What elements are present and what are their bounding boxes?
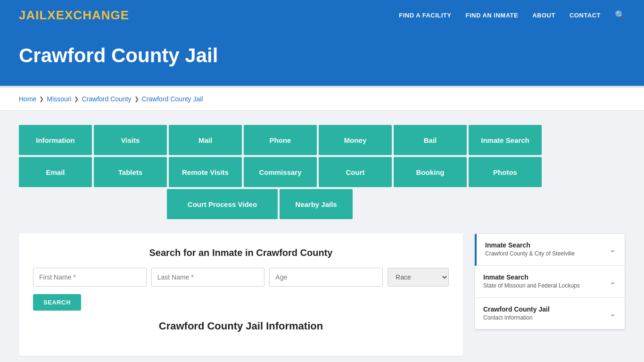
jail-info-title: Crawford County Jail Information — [33, 320, 449, 332]
btn-email[interactable]: Email — [19, 157, 92, 187]
breadcrumb-crawford-county[interactable]: Crawford County — [82, 95, 131, 103]
btn-nearby-jails[interactable]: Nearby Jails — [280, 189, 353, 219]
site-logo[interactable]: JAILXEXCHANGE — [19, 8, 129, 23]
sidebar-item-subtitle-1: Crawford County & City of Steelville — [485, 250, 575, 258]
breadcrumb: Home ❯ Missouri ❯ Crawford County ❯ Craw… — [19, 95, 625, 103]
button-row-1: Information Visits Mail Phone Money Bail… — [19, 125, 542, 155]
btn-phone[interactable]: Phone — [244, 125, 317, 155]
sidebar-item-text-1: Inmate Search Crawford County & City of … — [485, 241, 575, 258]
search-button[interactable]: SEARCH — [33, 294, 81, 311]
sidebar-item-contact-info[interactable]: Crawford County Jail Contact Information… — [475, 298, 625, 330]
nav-contact[interactable]: CONTACT — [570, 12, 601, 19]
btn-mail[interactable]: Mail — [169, 125, 242, 155]
breadcrumb-sep-3: ❯ — [134, 96, 139, 102]
btn-photos[interactable]: Photos — [469, 157, 542, 187]
logo-x: X — [47, 8, 56, 22]
btn-remote-visits[interactable]: Remote Visits — [169, 157, 242, 187]
race-select[interactable]: Race White Black Hispanic Asian Other — [388, 268, 449, 287]
logo-exchange: EXCHANGE — [56, 8, 129, 22]
sidebar-item-subtitle-3: Contact Information — [483, 314, 550, 322]
btn-tablets[interactable]: Tablets — [94, 157, 167, 187]
site-header: JAILXEXCHANGE FIND A FACILITY FIND AN IN… — [0, 0, 644, 30]
btn-court-process-video[interactable]: Court Process Video — [167, 189, 278, 219]
breadcrumb-area: Home ❯ Missouri ❯ Crawford County ❯ Craw… — [0, 88, 644, 111]
btn-booking[interactable]: Booking — [394, 157, 467, 187]
sidebar-item-title-3: Crawford County Jail — [483, 305, 550, 313]
chevron-down-icon-3: ⌄ — [609, 308, 616, 319]
search-title: Search for an Inmate in Crawford County — [33, 247, 449, 258]
btn-court[interactable]: Court — [319, 157, 392, 187]
search-fields: Race White Black Hispanic Asian Other — [33, 268, 449, 287]
btn-money[interactable]: Money — [319, 125, 392, 155]
last-name-input[interactable] — [151, 268, 265, 287]
sidebar-item-subtitle-2: State of Missouri and Federal Lockups — [483, 282, 580, 290]
chevron-down-icon-2: ⌄ — [609, 276, 616, 287]
sidebar: Inmate Search Crawford County & City of … — [474, 233, 625, 330]
breadcrumb-crawford-jail[interactable]: Crawford County Jail — [142, 95, 203, 103]
button-row-2: Email Tablets Remote Visits Commissary C… — [19, 157, 542, 187]
nav-find-inmate[interactable]: FIND AN INMATE — [465, 12, 518, 19]
button-row-3: Court Process Video Nearby Jails — [167, 189, 353, 219]
first-name-input[interactable] — [33, 268, 147, 287]
inmate-search-panel: Search for an Inmate in Crawford County … — [19, 233, 463, 356]
breadcrumb-sep-1: ❯ — [39, 96, 44, 102]
btn-visits[interactable]: Visits — [94, 125, 167, 155]
btn-bail[interactable]: Bail — [394, 125, 467, 155]
nav-about[interactable]: ABOUT — [532, 12, 555, 19]
main-nav: FIND A FACILITY FIND AN INMATE ABOUT CON… — [399, 10, 625, 20]
sidebar-item-text-2: Inmate Search State of Missouri and Fede… — [483, 273, 580, 290]
age-input[interactable] — [269, 268, 383, 287]
btn-information[interactable]: Information — [19, 125, 92, 155]
page-title: Crawford County Jail — [19, 44, 625, 67]
main-content: Information Visits Mail Phone Money Bail… — [0, 111, 644, 362]
nav-find-facility[interactable]: FIND A FACILITY — [399, 12, 451, 19]
sidebar-item-title-2: Inmate Search — [483, 273, 580, 281]
breadcrumb-missouri[interactable]: Missouri — [47, 95, 71, 103]
breadcrumb-sep-2: ❯ — [74, 96, 79, 102]
sidebar-item-text-3: Crawford County Jail Contact Information — [483, 305, 550, 322]
hero-section: Crawford County Jail — [0, 30, 644, 86]
btn-inmate-search[interactable]: Inmate Search — [469, 125, 542, 155]
search-icon[interactable]: 🔍 — [615, 10, 625, 20]
logo-jail: JAIL — [19, 8, 47, 22]
breadcrumb-home[interactable]: Home — [19, 95, 36, 103]
chevron-down-icon-1: ⌄ — [609, 244, 616, 255]
sidebar-item-inmate-search-state[interactable]: Inmate Search State of Missouri and Fede… — [475, 266, 625, 298]
btn-commissary[interactable]: Commissary — [244, 157, 317, 187]
bottom-section: Search for an Inmate in Crawford County … — [19, 233, 625, 356]
sidebar-item-title-1: Inmate Search — [485, 241, 575, 249]
page-bottom: Crawford County Jail Information — [33, 320, 449, 332]
category-button-grid: Information Visits Mail Phone Money Bail… — [19, 125, 625, 219]
sidebar-item-inmate-search-local[interactable]: Inmate Search Crawford County & City of … — [475, 234, 625, 266]
